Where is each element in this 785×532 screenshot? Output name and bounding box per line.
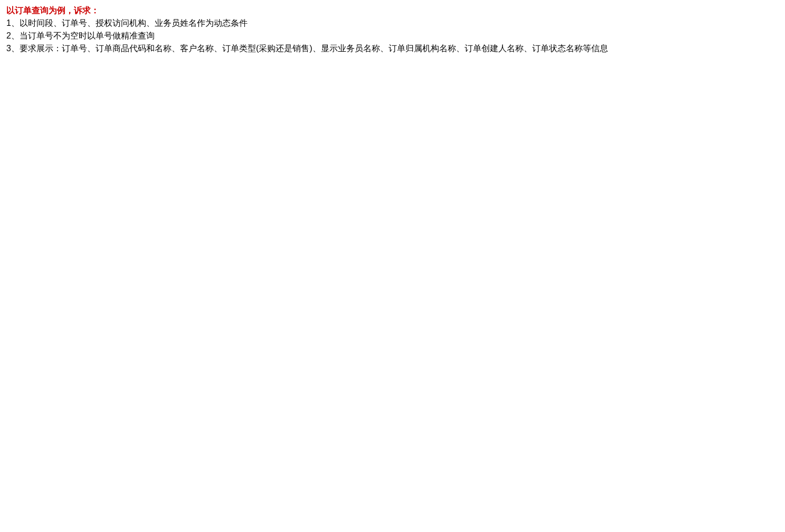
req-item-1: 1、以时间段、订单号、授权访问机构、业务员姓名作为动态条件 — [6, 17, 779, 30]
req-item-3: 3、要求展示：订单号、订单商品代码和名称、客户名称、订单类型(采购还是销售)、显… — [6, 42, 779, 55]
req-item-2: 2、当订单号不为空时以单号做精准查询 — [6, 30, 779, 42]
req-title: 以订单查询为例，诉求： — [6, 4, 779, 17]
